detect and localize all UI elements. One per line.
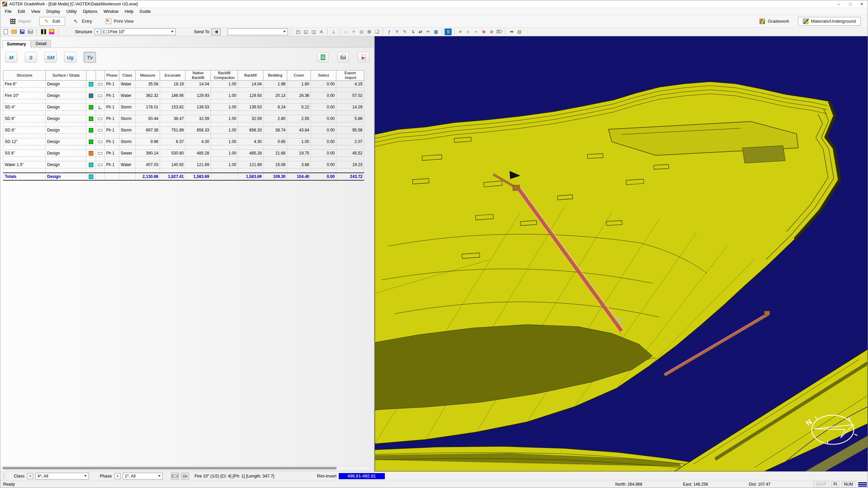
table-row[interactable]: SD 4"DesignPh 1Storm178.01153.82139.531.… bbox=[3, 104, 364, 111]
target-icon[interactable]: ⊕ bbox=[480, 28, 487, 35]
add-class-button[interactable]: + bbox=[27, 473, 33, 479]
maximize-button[interactable]: □ bbox=[845, 0, 856, 7]
col-header-backfill[interactable]: Backfill bbox=[238, 70, 263, 81]
menu-help[interactable]: Help bbox=[122, 8, 137, 15]
save-button[interactable] bbox=[19, 28, 25, 35]
table-row[interactable]: SS 6"DesignPh 1Sewer390.14530.80485.281.… bbox=[3, 150, 364, 157]
table-row[interactable]: Water 1.5"DesignPh 1Water407.03140.92121… bbox=[3, 161, 364, 168]
trim-icon[interactable]: ✂ bbox=[425, 28, 432, 35]
snapshot-icon[interactable]: S bbox=[445, 28, 452, 35]
zoom-selected-icon[interactable]: ◲ bbox=[310, 28, 317, 35]
move-node-icon[interactable]: ↴ bbox=[409, 28, 416, 35]
menu-display[interactable]: Display bbox=[43, 8, 63, 15]
open-file-button[interactable] bbox=[11, 28, 17, 35]
table-row[interactable]: SD 12"DesignPh 1Storm9.966.374.301.004.3… bbox=[3, 138, 364, 145]
menu-window[interactable]: Window bbox=[100, 8, 121, 15]
materials-underground-button[interactable]: Materials/Underground bbox=[798, 17, 861, 26]
zoom-dynamic-icon[interactable]: ◎ bbox=[358, 28, 365, 35]
tab-summary[interactable]: Summary bbox=[2, 40, 31, 48]
snap-toggle[interactable]: SNAP bbox=[813, 481, 829, 487]
class-combo[interactable]: 4*, All bbox=[35, 473, 89, 480]
table-row[interactable]: Fire 10"DesignPh 1Water362.32186.95129.9… bbox=[3, 92, 364, 99]
view-button-tv[interactable]: Tv bbox=[84, 52, 96, 63]
report-icon[interactable]: ▤ bbox=[516, 28, 523, 35]
new-file-button[interactable] bbox=[2, 28, 9, 35]
view-button-ug[interactable]: Ug bbox=[64, 52, 76, 63]
import-button[interactable]: Import bbox=[5, 17, 36, 26]
table-row[interactable]: SD 6"DesignPh 1Storm50.4438.4732.591.003… bbox=[3, 115, 364, 122]
menu-utility[interactable]: Utility bbox=[63, 8, 80, 15]
entry-button[interactable]: ↖ Entry bbox=[68, 17, 97, 26]
corner-icon[interactable]: ⌐ bbox=[472, 28, 479, 35]
table-row[interactable]: Fire 6"DesignPh 1Water35.5818.1914.041.0… bbox=[3, 81, 364, 88]
export-report-button[interactable] bbox=[358, 52, 369, 62]
print-button[interactable] bbox=[27, 28, 34, 35]
zoom-font-icon[interactable]: A bbox=[318, 28, 325, 35]
col-header-cover[interactable]: Cover bbox=[287, 70, 311, 81]
home-view-icon[interactable]: ⌂ bbox=[342, 28, 349, 35]
gradework-button[interactable]: Gradework bbox=[754, 17, 794, 26]
col-header-backfill_compaction[interactable]: Backfill Compaction bbox=[211, 70, 238, 81]
surface-manager-button[interactable] bbox=[48, 28, 55, 35]
zoom-extents-icon[interactable]: ◰ bbox=[294, 28, 301, 35]
zoom-window-icon[interactable]: ◱ bbox=[302, 28, 309, 35]
edit-line-icon[interactable]: ✎ bbox=[401, 28, 408, 35]
col-header-icon[interactable] bbox=[96, 70, 105, 81]
export-page-icon[interactable]: ➡ bbox=[508, 28, 515, 35]
view-button-sm[interactable]: SM bbox=[44, 52, 57, 63]
send-to-button[interactable] bbox=[211, 28, 221, 35]
view-button-m[interactable]: M bbox=[5, 52, 17, 63]
phase-combo[interactable]: 1*, All bbox=[123, 473, 163, 480]
edit-button[interactable]: ✎ Edit bbox=[39, 17, 65, 26]
delete-icon[interactable]: ⌦ bbox=[496, 28, 503, 35]
hatch-icon[interactable]: ▦ bbox=[432, 28, 439, 35]
strata-lines-icon[interactable]: ≡ bbox=[457, 28, 464, 35]
section-view-icon[interactable]: ❏ bbox=[373, 28, 380, 35]
wye-branch-icon[interactable]: Y bbox=[393, 28, 400, 35]
reverse-icon[interactable]: ⇄ bbox=[417, 28, 424, 35]
tab-detail[interactable]: Detail bbox=[31, 40, 51, 47]
print-report-button[interactable] bbox=[337, 52, 349, 62]
pan-icon[interactable]: ✛ bbox=[350, 28, 357, 35]
col-header-bedding[interactable]: Bedding bbox=[263, 70, 287, 81]
col-header-native_backfill[interactable]: Native Backfill bbox=[185, 70, 211, 81]
resize-grip[interactable] bbox=[858, 482, 867, 487]
print-view-button[interactable]: Print View bbox=[101, 17, 139, 26]
add-phase-button[interactable]: + bbox=[115, 473, 121, 479]
menu-guide[interactable]: Guide bbox=[136, 8, 154, 15]
menu-view[interactable]: View bbox=[28, 8, 43, 15]
status-east: East: 148.256 bbox=[683, 482, 708, 487]
col-header-class[interactable]: Class bbox=[119, 70, 136, 81]
col-header-structure[interactable]: Structure bbox=[3, 70, 46, 81]
col-header-phase[interactable]: Phase bbox=[105, 70, 119, 81]
phase-manager-button[interactable] bbox=[40, 28, 47, 35]
totals-row[interactable]: TotalsDesign2,130.861,827.411,583.691,58… bbox=[3, 173, 364, 180]
pipe-display-button[interactable] bbox=[171, 473, 179, 480]
structure-combo[interactable]: Fire 10" bbox=[102, 28, 176, 35]
col-header-measure[interactable]: Measure bbox=[136, 70, 160, 81]
col-header-select[interactable]: Select bbox=[311, 70, 336, 81]
view-button-s[interactable]: S bbox=[25, 52, 37, 63]
col-header-swatch[interactable] bbox=[86, 70, 96, 81]
benchmark-icon[interactable]: ⊥ bbox=[330, 28, 337, 35]
col-header-export_import[interactable]: Export -Import bbox=[336, 70, 364, 81]
col-header-excavate[interactable]: Excavate bbox=[160, 70, 185, 81]
menu-edit[interactable]: Edit bbox=[15, 8, 28, 15]
excel-export-button[interactable] bbox=[317, 52, 329, 62]
minimize-button[interactable]: – bbox=[833, 0, 845, 7]
length-label-icon[interactable]: ƒ bbox=[386, 28, 393, 35]
add-structure-button[interactable]: + bbox=[94, 29, 100, 35]
overlay-button[interactable]: Ov bbox=[181, 473, 189, 480]
subgrade-lines-icon[interactable]: = bbox=[465, 28, 472, 35]
horizontal-scrollbar[interactable] bbox=[2, 466, 369, 470]
3d-viewport[interactable]: N bbox=[375, 36, 868, 471]
col-header-surface[interactable]: Surface / Strata bbox=[46, 70, 86, 81]
close-button[interactable]: ✕ bbox=[856, 0, 868, 7]
table-row[interactable]: SD 8"DesignPh 1Storm697.38751.89656.331.… bbox=[3, 127, 364, 134]
snap-off-icon[interactable]: ⊘ bbox=[488, 28, 495, 35]
ex-de-toggle-icon[interactable]: ⊞ bbox=[366, 28, 373, 35]
menu-options[interactable]: Options bbox=[80, 8, 100, 15]
send-target-combo[interactable] bbox=[228, 28, 288, 35]
scrollbar-thumb[interactable] bbox=[3, 467, 337, 469]
menu-file[interactable]: File bbox=[2, 8, 15, 15]
